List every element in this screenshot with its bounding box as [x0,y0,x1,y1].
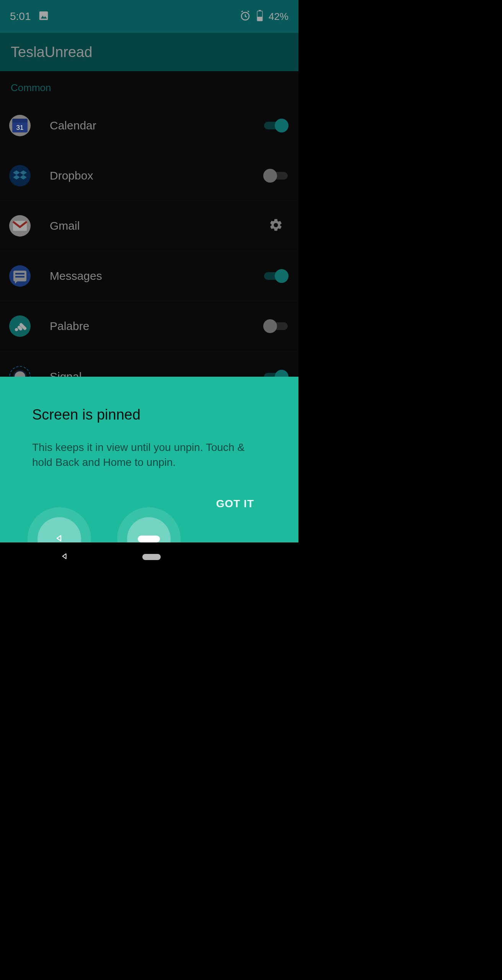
svg-rect-0 [39,11,48,20]
toggle-messages[interactable] [264,269,288,283]
pin-nav-highlight [0,493,298,542]
app-name-label: Palabre [50,320,262,333]
status-bar: 5:01 42% [0,0,298,33]
gmail-icon [9,215,31,237]
app-name-label: Dropbox [50,169,262,182]
svg-marker-6 [13,170,20,175]
alarm-icon [240,10,251,23]
app-bar: TeslaUnread [0,33,298,71]
nav-back-button[interactable] [60,552,69,562]
svg-marker-9 [20,175,27,180]
app-name-label: Calendar [50,119,262,132]
highlight-home-button [117,507,181,542]
toggle-dropbox[interactable] [264,169,288,183]
app-row-palabre[interactable]: Palabre [0,301,298,351]
svg-marker-15 [63,554,66,559]
battery-percent: 42% [269,11,288,23]
calendar-icon: 31 [9,115,31,136]
toggle-calendar[interactable] [264,119,288,132]
pin-title: Screen is pinned [32,407,266,423]
pin-body: This keeps it in view until you unpin. T… [32,440,262,470]
nav-home-button[interactable] [142,554,161,560]
svg-point-11 [15,328,18,331]
app-row-calendar[interactable]: 31 Calendar [0,101,298,151]
gear-icon[interactable] [269,218,283,234]
palabre-icon [9,315,31,337]
image-icon [38,10,49,23]
highlight-back-button [28,507,91,542]
app-title: TeslaUnread [11,44,92,60]
battery-icon [256,10,263,23]
app-row-messages[interactable]: Messages [0,251,298,301]
app-name-label: Gmail [50,219,262,232]
dropbox-icon [9,165,31,186]
app-row-dropbox[interactable]: Dropbox [0,151,298,201]
home-pill-icon [138,536,160,542]
section-header-common: Common [0,71,298,101]
app-list: Common 31 Calendar Dropbox [0,71,298,402]
app-name-label: Messages [50,270,262,283]
toggle-palabre[interactable] [264,319,288,333]
status-time: 5:01 [10,10,31,23]
back-triangle-icon [55,534,64,542]
svg-marker-8 [13,175,20,180]
svg-rect-5 [257,17,262,21]
messages-icon [9,265,31,287]
screen-pinned-panel: Screen is pinned This keeps it in view u… [0,377,298,542]
app-row-gmail[interactable]: Gmail [0,201,298,251]
svg-marker-14 [57,536,61,541]
system-nav-bar [0,542,298,572]
svg-marker-7 [20,170,27,175]
